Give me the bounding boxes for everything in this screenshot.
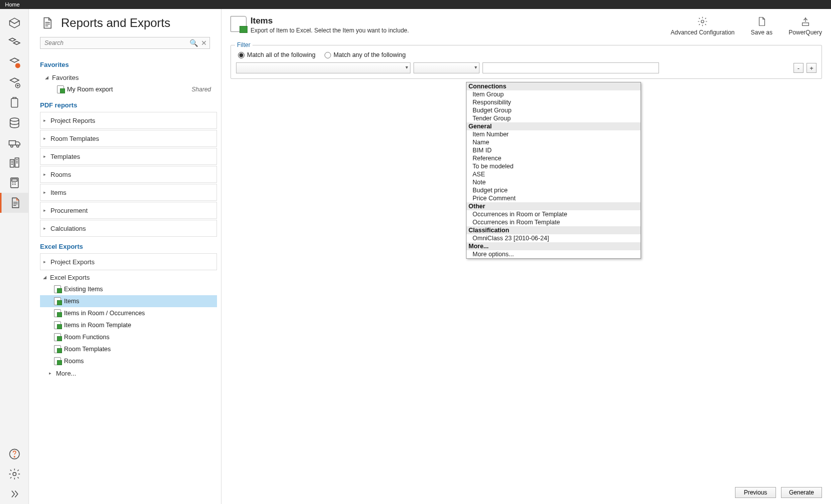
rail-truck-icon[interactable] <box>0 133 29 153</box>
excel-group-excel-exports[interactable]: ◢ Excel Exports <box>40 271 217 283</box>
home-tab[interactable]: Home <box>5 1 20 7</box>
rail-box-orange-icon[interactable] <box>0 53 29 73</box>
excel-export-item[interactable]: Rooms <box>40 355 217 367</box>
section-pdf: PDF reports <box>40 101 217 109</box>
generate-button[interactable]: Generate <box>781 487 822 498</box>
section-excel: Excel Exports <box>40 243 217 250</box>
dropdown-option[interactable]: Occurrences in Room Template <box>466 218 640 226</box>
dropdown-option[interactable]: OmniClass 23 [2010-06-24] <box>466 234 640 242</box>
excel-group-project-exports[interactable]: ▸ Project Exports <box>40 253 217 270</box>
pdf-group[interactable]: ▸Items <box>40 184 217 201</box>
excel-file-icon <box>54 333 61 341</box>
svg-point-10 <box>10 145 12 147</box>
remove-condition-button[interactable]: - <box>794 63 804 73</box>
previous-button[interactable]: Previous <box>735 487 776 498</box>
svg-marker-1 <box>9 38 16 41</box>
excel-export-item[interactable]: Room Templates <box>40 343 217 355</box>
dropdown-option[interactable]: ASE <box>466 170 640 178</box>
excel-export-item[interactable]: Items in Room / Occurrences <box>40 307 217 319</box>
dropdown-option[interactable]: Budget Group <box>466 106 640 114</box>
pdf-group[interactable]: ▸Rooms <box>40 166 217 183</box>
svg-point-4 <box>16 63 20 68</box>
dropdown-option[interactable]: To be modeled <box>466 162 640 170</box>
rail-building-icon[interactable] <box>0 153 29 173</box>
excel-file-icon <box>54 309 61 317</box>
filter-field-dropdown: ConnectionsItem GroupResponsibilityBudge… <box>466 82 641 259</box>
excel-export-item[interactable]: Items in Room Template <box>40 319 217 331</box>
search-icon[interactable]: 🔍 <box>190 39 198 47</box>
content-title: Items <box>250 16 409 26</box>
rail-calc-icon[interactable] <box>0 173 29 193</box>
dropdown-option[interactable]: Price Comment <box>466 194 640 202</box>
svg-point-18 <box>12 473 16 476</box>
rail-expand-icon[interactable] <box>0 484 29 504</box>
dropdown-option[interactable]: Budget price <box>466 186 640 194</box>
filter-value-input[interactable] <box>482 62 659 73</box>
pdf-group[interactable]: ▸Templates <box>40 148 217 165</box>
dropdown-option[interactable]: Item Number <box>466 130 640 138</box>
dropdown-option[interactable]: BIM ID <box>466 146 640 154</box>
pdf-group[interactable]: ▸Project Reports <box>40 112 217 129</box>
dropdown-option[interactable]: Tender Group <box>466 114 640 122</box>
search-input[interactable] <box>40 37 210 49</box>
save-as-button[interactable]: Save as <box>746 16 776 36</box>
nav-rail <box>0 9 29 504</box>
excel-doc-icon <box>230 16 246 32</box>
pdf-group[interactable]: ▸Procurement <box>40 202 217 219</box>
excel-more[interactable]: ▸ More... <box>40 367 217 379</box>
add-condition-button[interactable]: + <box>806 63 816 73</box>
svg-rect-9 <box>9 141 16 145</box>
reports-icon <box>40 16 54 30</box>
rail-cube-icon[interactable] <box>0 13 29 33</box>
filter-field-select[interactable]: ▾ <box>236 62 410 73</box>
svg-marker-3 <box>10 58 18 62</box>
svg-marker-0 <box>10 18 20 23</box>
svg-marker-5 <box>10 78 18 82</box>
svg-rect-15 <box>12 179 17 181</box>
dropdown-option[interactable]: Name <box>466 138 640 146</box>
rail-cubes-icon[interactable] <box>0 33 29 53</box>
favorites-group[interactable]: ◢ Favorites <box>40 71 217 83</box>
excel-file-icon <box>54 297 61 305</box>
rail-db-icon[interactable] <box>0 113 29 133</box>
filter-legend: Filter <box>235 41 252 48</box>
dropdown-option[interactable]: Responsibility <box>466 98 640 106</box>
svg-rect-7 <box>11 98 18 107</box>
dropdown-option[interactable]: Reference <box>466 154 640 162</box>
pdf-group[interactable]: ▸Room Templates <box>40 130 217 147</box>
radio-match-all[interactable]: Match all of the following <box>238 51 316 58</box>
rail-box-plus-icon[interactable] <box>0 73 29 93</box>
dropdown-option[interactable]: More options... <box>466 250 640 258</box>
rail-settings-icon[interactable] <box>0 464 29 484</box>
svg-rect-20 <box>802 23 808 26</box>
filter-operator-select[interactable]: ▾ <box>414 62 480 73</box>
advanced-config-button[interactable]: Advanced Configuration <box>670 16 734 36</box>
dropdown-option[interactable]: Note <box>466 178 640 186</box>
powerquery-button[interactable]: PowerQuery <box>788 16 822 36</box>
excel-export-item[interactable]: Room Functions <box>40 331 217 343</box>
excel-file-icon <box>54 321 61 329</box>
content-panel: Items Export of Item to Excel. Select th… <box>222 9 831 504</box>
content-subtitle: Export of Item to Excel. Select the Item… <box>250 27 409 34</box>
rail-reports-icon[interactable] <box>0 193 29 213</box>
dropdown-option[interactable]: Item Group <box>466 90 640 98</box>
clear-search-icon[interactable]: ✕ <box>201 39 207 47</box>
svg-rect-12 <box>10 160 14 167</box>
rail-help-icon[interactable] <box>0 444 29 464</box>
svg-point-19 <box>702 20 704 23</box>
pdf-group[interactable]: ▸Calculations <box>40 220 217 237</box>
favorite-item[interactable]: My Room export Shared <box>40 83 217 95</box>
excel-export-item[interactable]: Items <box>40 295 217 307</box>
excel-export-item[interactable]: Existing Items <box>40 283 217 295</box>
excel-file-icon <box>57 85 64 93</box>
top-bar: Home <box>0 0 831 9</box>
svg-point-8 <box>10 118 18 121</box>
excel-file-icon <box>54 285 61 293</box>
dropdown-option[interactable]: Occurrences in Room or Template <box>466 210 640 218</box>
section-favorites: Favorites <box>40 61 217 68</box>
excel-file-icon <box>54 357 61 365</box>
svg-point-17 <box>14 457 15 458</box>
radio-match-any[interactable]: Match any of the following <box>324 51 406 58</box>
dropdown-group: Other <box>466 202 640 210</box>
rail-clip-icon[interactable] <box>0 93 29 113</box>
